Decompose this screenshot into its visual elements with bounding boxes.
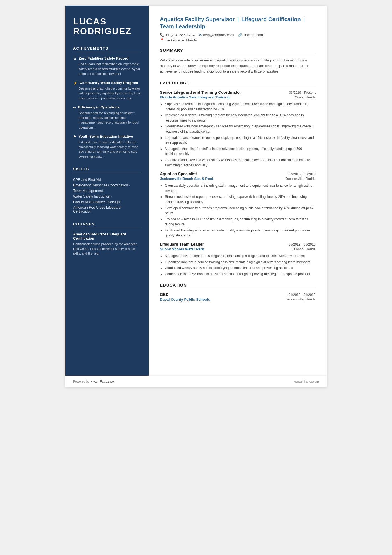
achievement-item: Community Water Safety Program Designed …	[73, 81, 141, 101]
bullet: Facilitated the integration of a new wat…	[165, 228, 316, 238]
footer-website: www.enhancv.com	[294, 380, 319, 383]
skill-item: CPR and First Aid	[73, 177, 141, 182]
job-header-3: Lifeguard Team Leader 05/2013 - 06/2015	[160, 242, 316, 246]
bullet: Supervised a team of 15 lifeguards, ensu…	[165, 102, 316, 112]
skills-title: SKILLS	[73, 167, 141, 173]
bullet: Conducted weekly safety audits, identify…	[165, 265, 316, 271]
footer-brand: Powered by Enhancv	[73, 379, 114, 384]
skill-item: Emergency Response Coordination	[73, 182, 141, 188]
location-row: 📍 Jacksonville, Florida	[160, 38, 316, 42]
edu-dates-1: 01/2012 - 01/2012	[289, 293, 316, 297]
job-entry: Lifeguard Team Leader 05/2013 - 06/2015 …	[160, 242, 316, 277]
bullet: Managed a diverse team of 10 lifeguards,…	[165, 253, 316, 259]
bullet: Implemented a rigorous training program …	[165, 113, 316, 123]
achievement-desc-1: Led a team that maintained an impeccable…	[73, 62, 141, 76]
job-bullets-3: Managed a diverse team of 10 lifeguards,…	[160, 253, 316, 277]
job-header-2: Aquatics Specialist 07/2015 - 02/2019	[160, 172, 316, 176]
achievement-item: Efficiency in Operations Spearheaded the…	[73, 105, 141, 130]
achievement-item: Youth Swim Education Initiative Initiate…	[73, 134, 141, 159]
bullet: Coordinated with local emergency service…	[165, 124, 316, 134]
job-header-1: Senior Lifeguard and Training Coordinato…	[160, 90, 316, 95]
bullet: Organized monthly in-service training se…	[165, 260, 316, 265]
job-title-3: Lifeguard Team Leader	[160, 242, 204, 246]
enhancv-brand-name: Enhancv	[100, 379, 114, 384]
edu-school-row-1: Duval County Public Schools Jacksonville…	[160, 297, 316, 302]
header-title: Aquatics Facility Supervisor | Lifeguard…	[160, 16, 316, 30]
job-company-row-1: Florida Aquatics Swimming and Training O…	[160, 95, 316, 99]
powered-by-text: Powered by	[73, 380, 89, 383]
achievement-title-2: Community Water Safety Program	[73, 81, 141, 85]
achievement-desc-4: Initiated a youth swim education scheme,…	[73, 140, 141, 159]
bullet: Trained new hires in CPR and first aid t…	[165, 217, 316, 227]
achievement-item: Zero Fatalities Safety Record Led a team…	[73, 56, 141, 76]
job-dates-1: 03/2019 - Present	[289, 91, 316, 95]
job-entry: Aquatics Specialist 07/2015 - 02/2019 Ja…	[160, 172, 316, 238]
experience-title: EXPERIENCE	[160, 80, 316, 87]
achievement-title-3: Efficiency in Operations	[73, 105, 141, 110]
footer: Powered by Enhancv www.enhancv.com	[65, 376, 327, 387]
job-bullets-1: Supervised a team of 15 lifeguards, ensu…	[160, 102, 316, 168]
experience-section: EXPERIENCE Senior Lifeguard and Training…	[160, 80, 316, 277]
linkedin-contact[interactable]: 🔗 linkedin.com	[238, 33, 263, 37]
phone-icon: 📞	[160, 33, 164, 37]
bullet: Developed community outreach programs, i…	[165, 206, 316, 216]
link-icon: 🔗	[238, 33, 242, 37]
job-dates-3: 05/2013 - 06/2015	[289, 243, 316, 246]
achievement-desc-3: Spearheaded the revamping of incident re…	[73, 111, 141, 130]
edu-school-1: Duval County Public Schools	[160, 297, 210, 302]
name-block: LUCAS RODRIGUEZ	[73, 17, 141, 36]
name-last: RODRIGUEZ	[73, 26, 141, 36]
job-title-1: Senior Lifeguard and Training Coordinato…	[160, 90, 241, 95]
bullet: Oversaw daily operations, including staf…	[165, 183, 316, 193]
summary-section: SUMMARY With over a decade of experience…	[160, 48, 316, 74]
job-entry: Senior Lifeguard and Training Coordinato…	[160, 90, 316, 168]
bullet: Led maintenance teams in routine pool up…	[165, 135, 316, 145]
edu-header-1: GED 01/2012 - 01/2012	[160, 292, 316, 297]
bullet: Streamlined incident report processes, r…	[165, 194, 316, 204]
job-bullets-2: Oversaw daily operations, including staf…	[160, 183, 316, 238]
skill-item: Team Management	[73, 188, 141, 194]
enhancv-logo-icon	[91, 379, 98, 384]
bolt-icon	[73, 81, 77, 85]
job-dates-2: 07/2015 - 02/2019	[289, 172, 316, 176]
name-first: LUCAS	[73, 17, 141, 26]
job-company-1: Florida Aquatics Swimming and Training	[160, 95, 230, 99]
job-location-2: Jacksonville, Florida	[286, 177, 316, 181]
job-company-3: Sunny Shores Water Park	[160, 247, 204, 251]
skills-section: SKILLS CPR and First Aid Emergency Respo…	[73, 167, 141, 214]
bullet: Organized and executed water safety work…	[165, 157, 316, 168]
achievements-title: ACHIEVEMENTS	[73, 46, 141, 52]
email-contact: ✉ help@enhancv.com	[199, 33, 234, 37]
edu-degree-1: GED	[160, 292, 168, 297]
achievement-title-1: Zero Fatalities Safety Record	[73, 56, 141, 61]
location-icon: 📍	[160, 38, 164, 42]
edu-location-1: Jacksonville, Florida	[286, 297, 316, 302]
skill-item: Water Safety Instruction	[73, 194, 141, 199]
bullet: Contributed to a 25% boost in guest sati…	[165, 272, 316, 277]
education-section: EDUCATION GED 01/2012 - 01/2012 Duval Co…	[160, 283, 316, 302]
job-title-2: Aquatics Specialist	[160, 172, 197, 176]
phone-contact: 📞 +1-(234)-555-1234	[160, 33, 195, 37]
achievements-section: ACHIEVEMENTS Zero Fatalities Safety Reco…	[73, 46, 141, 159]
job-company-row-2: Jacksonville Beach Sea & Pool Jacksonvil…	[160, 177, 316, 181]
job-company-2: Jacksonville Beach Sea & Pool	[160, 177, 213, 181]
sidebar: LUCAS RODRIGUEZ ACHIEVEMENTS Zero Fatali…	[65, 6, 149, 376]
skills-list: CPR and First Aid Emergency Response Coo…	[73, 177, 141, 214]
bullet: Managed scheduling for staff using an ad…	[165, 146, 316, 157]
skill-item: Facility Maintenance Oversight	[73, 199, 141, 205]
pencil-icon	[73, 105, 76, 110]
achievement-desc-2: Designed and launched a community water …	[73, 86, 141, 101]
job-company-row-3: Sunny Shores Water Park Orlando, Florida	[160, 247, 316, 251]
education-title: EDUCATION	[160, 283, 316, 289]
edu-entry: GED 01/2012 - 01/2012 Duval County Publi…	[160, 292, 316, 302]
job-location-1: Ocala, Florida	[295, 95, 316, 99]
summary-text: With over a decade of experience in aqua…	[160, 58, 316, 74]
courses-section: COURSES American Red Cross Lifeguard Cer…	[73, 222, 141, 256]
main-content: Aquatics Facility Supervisor | Lifeguard…	[149, 6, 327, 376]
flag-icon	[73, 135, 76, 139]
skill-item: American Red Cross LifeguardCertificatio…	[73, 205, 141, 214]
job-location-3: Orlando, Florida	[292, 247, 316, 251]
course-title-1: American Red Cross Lifeguard Certificati…	[73, 232, 141, 240]
email-icon: ✉	[199, 33, 202, 37]
course-desc-1: Certification course provided by the Ame…	[73, 242, 141, 256]
